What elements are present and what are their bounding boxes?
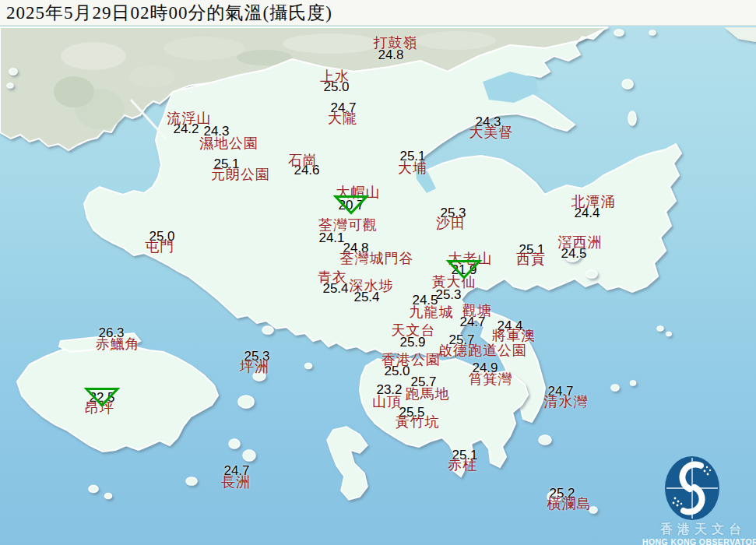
station-name: 大隴 — [328, 109, 357, 128]
station-name: 滘西洲 — [558, 233, 603, 251]
map-title: 2025年5月29日02時00分的氣溫(攝氏度) — [6, 1, 332, 25]
station-name: 西貢 — [516, 250, 546, 269]
station-name: 黃竹坑 — [396, 413, 440, 431]
station-name: 大帽山 — [336, 183, 381, 202]
station-name: 青衣 — [318, 268, 347, 287]
station-name: 沙田 — [436, 214, 466, 233]
hko-logo-english-text: HONG KONG OBSERVATORY — [640, 538, 756, 545]
station-name: 坪洲 — [240, 357, 269, 376]
station-name: 赤柱 — [448, 455, 477, 474]
hko-logo-chinese-text: 香港天文台 — [640, 523, 756, 536]
station-name: 天文台 — [392, 321, 436, 339]
station-name: 昂坪 — [85, 399, 114, 417]
station-name: 北潭涌 — [571, 192, 616, 211]
station-name: 大埔 — [398, 159, 427, 178]
hko-logo: 香港天文台 HONG KONG OBSERVATORY — [640, 455, 756, 545]
station-name: 上水 — [320, 67, 350, 86]
station-name: 香港公園 — [382, 350, 441, 369]
station-name: 大美督 — [469, 123, 514, 142]
station-name: 黃大仙 — [432, 272, 476, 291]
station-name: 石崗 — [288, 151, 318, 170]
station-name: 荃灣城門谷 — [340, 249, 414, 268]
hko-logo-icon — [664, 455, 720, 521]
hko-temperature-map-screen: 2025年5月29日02時00分的氣溫(攝氏度) 24.8打鼓嶺25.0上水24… — [0, 0, 756, 545]
station-name: 打鼓嶺 — [374, 33, 418, 52]
station-name: 長洲 — [221, 473, 251, 491]
station-name: 赤鱲角 — [96, 335, 140, 353]
station-name: 清水灣 — [544, 392, 589, 411]
station-name: 九龍城 — [410, 303, 454, 322]
station-name: 啟德跑道公園 — [438, 341, 527, 360]
station-name: 筲箕灣 — [469, 370, 513, 389]
station-name: 荃灣可觀 — [318, 216, 378, 234]
station-name: 元朗公園 — [211, 165, 270, 184]
station-name: 大老山 — [448, 249, 493, 268]
station-name: 濕地公園 — [199, 134, 258, 153]
station-name: 山頂 — [372, 392, 402, 411]
station-name: 屯門 — [145, 237, 174, 256]
title-bar: 2025年5月29日02時00分的氣溫(攝氏度) — [0, 0, 756, 26]
station-name: 觀塘 — [462, 301, 492, 320]
station-name: 深水埗 — [350, 276, 394, 295]
station-name: 橫瀾島 — [547, 494, 592, 513]
station-name: 跑馬地 — [406, 385, 450, 403]
